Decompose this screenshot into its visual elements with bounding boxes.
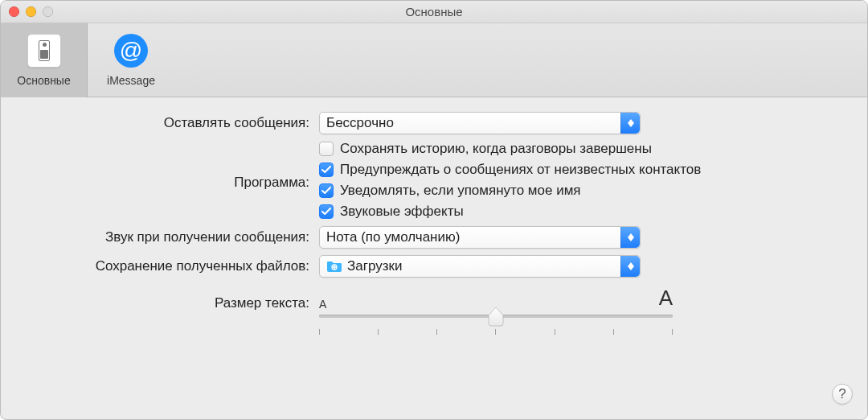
text-size-slider[interactable] bbox=[319, 312, 673, 328]
window-title: Основные bbox=[1, 5, 867, 19]
select-stepper-icon bbox=[620, 256, 640, 277]
select-stepper-icon bbox=[620, 113, 640, 134]
text-size-large-icon: A bbox=[659, 286, 673, 311]
select-stepper-icon bbox=[620, 227, 640, 248]
text-size-small-icon: A bbox=[319, 298, 326, 311]
titlebar: Основные bbox=[1, 1, 867, 23]
sound-received-select[interactable]: Нота (по умолчанию) bbox=[319, 226, 641, 249]
select-value: Нота (по умолчанию) bbox=[326, 229, 633, 245]
save-files-label: Сохранение полученных файлов: bbox=[30, 258, 319, 274]
general-icon bbox=[27, 34, 61, 68]
checkbox-label: Уведомлять, если упомянуто мое имя bbox=[340, 183, 581, 199]
checkbox-label: Предупреждать о сообщениях от неизвестны… bbox=[340, 162, 701, 178]
select-value: Загрузки bbox=[347, 258, 633, 274]
preferences-toolbar: Основные @ iMessage bbox=[1, 23, 867, 97]
sound-effects-checkbox[interactable] bbox=[319, 204, 334, 219]
checkbox-label: Сохранять историю, когда разговоры завер… bbox=[340, 141, 652, 157]
folder-icon bbox=[326, 260, 342, 273]
tab-imessage[interactable]: @ iMessage bbox=[88, 23, 174, 97]
tab-general[interactable]: Основные bbox=[1, 23, 88, 97]
sound-received-label: Звук при получении сообщения: bbox=[30, 229, 319, 245]
checkbox-label: Звуковые эффекты bbox=[340, 204, 464, 220]
help-button[interactable]: ? bbox=[832, 384, 853, 405]
slider-ticks bbox=[319, 329, 673, 335]
save-history-checkbox[interactable] bbox=[319, 142, 334, 156]
help-icon: ? bbox=[838, 386, 845, 402]
application-label: Программа: bbox=[30, 175, 319, 191]
select-value: Бессрочно bbox=[326, 115, 633, 131]
save-files-select[interactable]: Загрузки bbox=[319, 255, 641, 278]
slider-thumb[interactable] bbox=[488, 307, 504, 331]
preferences-window: Основные Основные @ iMessage Оставлять с… bbox=[0, 0, 868, 420]
keep-messages-select[interactable]: Бессрочно bbox=[319, 112, 641, 134]
notify-mention-checkbox[interactable] bbox=[319, 183, 334, 198]
content-area: Оставлять сообщения: Бессрочно Программа… bbox=[1, 97, 867, 328]
imessage-icon: @ bbox=[114, 34, 148, 68]
keep-messages-label: Оставлять сообщения: bbox=[30, 115, 319, 131]
text-size-label: Размер текста: bbox=[30, 284, 319, 311]
tab-label: iMessage bbox=[107, 74, 155, 87]
tab-label: Основные bbox=[17, 74, 70, 87]
warn-unknown-checkbox[interactable] bbox=[319, 163, 334, 177]
